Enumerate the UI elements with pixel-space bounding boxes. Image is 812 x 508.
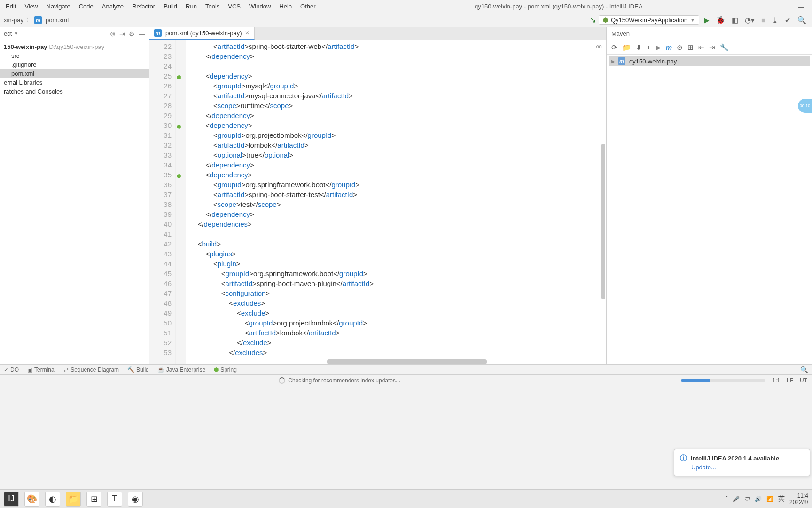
- coverage-icon[interactable]: ◧: [730, 15, 740, 25]
- breadcrumb-project[interactable]: xin-pay: [4, 16, 23, 24]
- run-maven-icon[interactable]: ▶: [656, 43, 661, 52]
- editor-body[interactable]: 👁 22232425262728293031323334353637383940…: [149, 40, 606, 364]
- menu-code[interactable]: Code: [75, 1, 97, 12]
- tree-file-gitignore[interactable]: .gitignore: [0, 60, 149, 69]
- menu-edit[interactable]: Edit: [2, 1, 20, 12]
- maven-project-node[interactable]: ▶ m qy150-weixin-pay: [609, 56, 810, 66]
- tool-todo[interactable]: ✓DO: [4, 366, 19, 373]
- editor-tab-pom[interactable]: m pom.xml (qy150-weixin-pay) ✕: [149, 27, 255, 40]
- system-tray: ˆ 🎤 🛡 🔊 📶 英 11:4 2022/8/: [726, 492, 808, 506]
- toggle-offline-icon[interactable]: ⊘: [677, 43, 683, 52]
- git-commit-icon[interactable]: ✔: [783, 15, 793, 25]
- menu-analyze[interactable]: Analyze: [98, 1, 127, 12]
- breadcrumb-file[interactable]: pom.xml: [46, 16, 69, 24]
- debug-icon[interactable]: 🐞: [714, 15, 727, 25]
- tool-build[interactable]: 🔨Build: [127, 366, 149, 373]
- download-icon[interactable]: ⬇: [636, 43, 642, 52]
- build-icon[interactable]: ↘: [590, 16, 596, 24]
- tree-external-libraries[interactable]: ernal Libraries: [0, 78, 149, 87]
- tray-security-icon[interactable]: 🛡: [744, 496, 750, 502]
- spring-bean-icon[interactable]: ⬢: [177, 72, 183, 79]
- menu-vcs[interactable]: VCS: [224, 1, 244, 12]
- profile-icon[interactable]: ◔▾: [743, 15, 757, 25]
- bottom-toolbar: ✓DO ▣Terminal ⇄Sequence Diagram 🔨Build ☕…: [0, 364, 812, 374]
- add-icon[interactable]: +: [647, 43, 651, 51]
- taskbar-explorer[interactable]: 📁: [66, 492, 81, 507]
- project-sidebar-header: ect ▼ ⊚ ⇥ ⚙ —: [0, 27, 149, 40]
- tree-scratches[interactable]: ratches and Consoles: [0, 87, 149, 96]
- project-sidebar-tools: ⊚ ⇥ ⚙ —: [110, 30, 145, 38]
- menu-build[interactable]: Build: [160, 1, 181, 12]
- maven-file-icon: m: [154, 29, 162, 37]
- tool-terminal[interactable]: ▣Terminal: [27, 366, 55, 373]
- gear-icon[interactable]: ⚙: [129, 30, 135, 38]
- tool-java-enterprise[interactable]: ☕Java Enterprise: [157, 366, 205, 373]
- code-content[interactable]: <artifactId>spring-boot-starter-web</art…: [186, 40, 606, 364]
- navbar: xin-pay 〉 m pom.xml ↘ ⬢ Qy150WeixinPayAp…: [0, 13, 812, 27]
- tray-chevron-icon[interactable]: ˆ: [726, 496, 728, 502]
- hide-icon[interactable]: —: [139, 30, 145, 38]
- taskbar-chrome[interactable]: ◉: [128, 492, 143, 507]
- reload-icon[interactable]: ⟳: [611, 43, 617, 52]
- menu-navigate[interactable]: Navigate: [42, 1, 74, 12]
- horizontal-scrollbar[interactable]: [327, 359, 487, 364]
- chevron-right-icon: ▶: [611, 59, 615, 64]
- menu-view[interactable]: View: [21, 1, 41, 12]
- tree-folder-src[interactable]: src: [0, 51, 149, 60]
- taskbar-app-3[interactable]: ◐: [45, 492, 60, 507]
- project-panel-title[interactable]: ect: [4, 30, 12, 37]
- tray-clock[interactable]: 11:4 2022/8/: [789, 492, 808, 506]
- recording-badge[interactable]: 00:10: [798, 99, 812, 113]
- tray-mic-icon[interactable]: 🎤: [733, 496, 740, 502]
- progress-bar: [681, 379, 765, 382]
- minimize-icon[interactable]: —: [798, 3, 804, 10]
- vertical-scrollbar[interactable]: [601, 144, 605, 299]
- search-everywhere-icon[interactable]: 🔍: [796, 15, 808, 25]
- line-separator[interactable]: LF: [787, 377, 793, 384]
- project-sidebar: ect ▼ ⊚ ⇥ ⚙ — 150-weixin-pay D:\qy150-we…: [0, 27, 149, 364]
- stop-icon[interactable]: ■: [759, 15, 767, 25]
- maven-file-icon: m: [34, 16, 42, 24]
- collapse-icon[interactable]: ⇥: [119, 30, 125, 38]
- expand-all-icon[interactable]: ⇥: [709, 43, 715, 52]
- tool-spring[interactable]: ⬢Spring: [214, 366, 237, 373]
- collapse-all-icon[interactable]: ⇤: [698, 43, 704, 52]
- menu-help[interactable]: Help: [275, 1, 296, 12]
- taskbar-app-1[interactable]: IJ: [4, 492, 19, 507]
- file-encoding[interactable]: UT: [800, 377, 807, 384]
- tray-wifi-icon[interactable]: 📶: [766, 496, 773, 502]
- taskbar-app-6[interactable]: T: [107, 492, 122, 507]
- close-icon[interactable]: ✕: [245, 30, 250, 36]
- run-config-name: Qy150WeixinPayApplication: [611, 16, 687, 24]
- run-config-selector[interactable]: ⬢ Qy150WeixinPayApplication ▼: [599, 15, 699, 25]
- caret-position[interactable]: 1:1: [772, 377, 780, 384]
- menu-other[interactable]: Other: [297, 1, 320, 12]
- search-icon[interactable]: 🔍: [800, 366, 808, 373]
- maven-settings-icon[interactable]: 🔧: [720, 43, 729, 52]
- update-link[interactable]: Update...: [691, 464, 804, 471]
- run-icon[interactable]: ▶: [702, 15, 711, 25]
- chevron-down-icon[interactable]: ▼: [14, 31, 18, 36]
- menu-window[interactable]: Window: [245, 1, 274, 12]
- tree-file-pom[interactable]: pom.xml: [0, 69, 149, 78]
- maven-module-icon: m: [618, 57, 625, 65]
- spring-bean-icon[interactable]: ⬢: [177, 122, 183, 128]
- menu-refactor[interactable]: Refactor: [128, 1, 159, 12]
- target-icon[interactable]: ⊚: [110, 30, 116, 38]
- toggle-skip-tests-icon[interactable]: ⊞: [687, 43, 694, 52]
- execute-maven-icon[interactable]: m: [666, 43, 672, 51]
- menu-run[interactable]: Run: [182, 1, 201, 12]
- ime-indicator[interactable]: 英: [778, 495, 785, 503]
- tree-project-root[interactable]: 150-weixin-pay D:\qy150-weixin-pay: [0, 42, 149, 51]
- tray-network-icon[interactable]: 🔊: [755, 496, 762, 502]
- spring-bean-icon[interactable]: ⬢: [177, 171, 183, 178]
- project-tree: 150-weixin-pay D:\qy150-weixin-pay src .…: [0, 40, 149, 98]
- menu-tools[interactable]: Tools: [202, 1, 223, 12]
- taskbar-app-5[interactable]: ⊞: [86, 492, 102, 507]
- update-notification[interactable]: ⓘ IntelliJ IDEA 2020.1.4 available Updat…: [674, 449, 810, 476]
- git-update-icon[interactable]: ⤓: [770, 15, 780, 25]
- tool-sequence-diagram[interactable]: ⇄Sequence Diagram: [64, 366, 119, 373]
- inspection-eye-icon[interactable]: 👁: [596, 42, 602, 52]
- taskbar-app-2[interactable]: 🎨: [24, 492, 39, 507]
- generate-sources-icon[interactable]: 📁: [622, 43, 631, 52]
